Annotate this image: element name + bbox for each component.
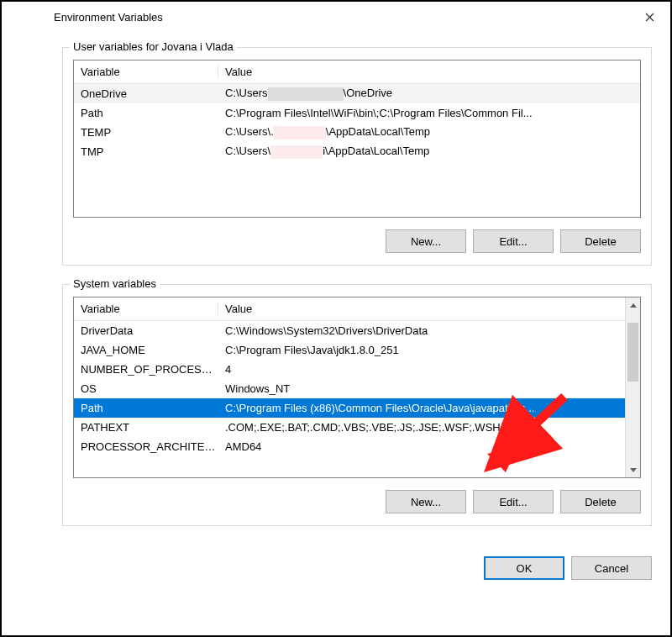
- user-row-val: C:\Users\OneDrive: [218, 87, 640, 101]
- system-delete-button[interactable]: Delete: [560, 490, 641, 513]
- system-row-pathext[interactable]: PATHEXT .COM;.EXE;.BAT;.CMD;.VBS;.VBE;.J…: [74, 418, 625, 437]
- system-row-driverdata[interactable]: DriverData C:\Windows\System32\Drivers\D…: [74, 321, 625, 340]
- user-row-var: TEMP: [74, 126, 218, 139]
- system-row-procarch[interactable]: PROCESSOR_ARCHITECTU... AMD64: [74, 437, 625, 456]
- user-edit-button[interactable]: Edit...: [473, 229, 554, 253]
- cancel-button[interactable]: Cancel: [571, 556, 652, 580]
- user-delete-button[interactable]: Delete: [560, 229, 641, 253]
- user-row-val: C:\Program Files\Intel\WiFi\bin\;C:\Prog…: [218, 107, 640, 119]
- scroll-thumb[interactable]: [627, 323, 638, 382]
- user-row-var: Path: [74, 107, 218, 119]
- scroll-down-icon[interactable]: [626, 462, 640, 477]
- system-row-os[interactable]: OS Windows_NT: [74, 379, 625, 398]
- system-variables-group: System variables Variable Value DriverDa…: [62, 284, 652, 526]
- system-row-javahome[interactable]: JAVA_HOME C:\Program Files\Java\jdk1.8.0…: [74, 340, 625, 360]
- close-button[interactable]: [630, 2, 669, 32]
- dialog-title: Environment Variables: [54, 11, 163, 24]
- user-row-var: OneDrive: [74, 87, 218, 100]
- user-list-header: Variable Value: [74, 61, 640, 84]
- system-row-path[interactable]: Path C:\Program Files (x86)\Common Files…: [74, 398, 625, 418]
- user-header-variable[interactable]: Variable: [74, 66, 218, 78]
- close-icon: [645, 13, 654, 22]
- titlebar: Environment Variables: [45, 2, 669, 32]
- user-row-path[interactable]: Path C:\Program Files\Intel\WiFi\bin\;C:…: [74, 103, 640, 123]
- redacted-text: [268, 87, 344, 101]
- user-variables-group: User variables for Jovana i Vlada Variab…: [62, 47, 652, 266]
- ok-button[interactable]: OK: [484, 556, 564, 580]
- user-header-value[interactable]: Value: [218, 66, 640, 78]
- system-row-numproc[interactable]: NUMBER_OF_PROCESSORS 4: [74, 360, 625, 379]
- user-row-temp[interactable]: TEMP C:\Users\.\AppData\Local\Temp: [74, 123, 640, 142]
- system-variables-legend: System variables: [70, 277, 160, 290]
- system-header-value[interactable]: Value: [218, 303, 625, 315]
- system-scrollbar[interactable]: [625, 297, 640, 477]
- redacted-text: [270, 145, 323, 159]
- user-variables-list[interactable]: Variable Value OneDrive C:\Users\OneDriv…: [73, 60, 641, 218]
- system-header-variable[interactable]: Variable: [74, 303, 218, 315]
- redacted-text: [274, 126, 326, 140]
- user-row-val: C:\Users\.\AppData\Local\Temp: [218, 125, 640, 140]
- user-row-val: C:\Users\i\AppData\Local\Temp: [218, 145, 640, 159]
- environment-variables-dialog: Environment Variables User variables for…: [45, 2, 669, 588]
- system-rows: DriverData C:\Windows\System32\Drivers\D…: [74, 321, 625, 456]
- user-variables-legend: User variables for Jovana i Vlada: [70, 40, 237, 53]
- system-new-button[interactable]: New...: [386, 490, 466, 513]
- scroll-up-icon[interactable]: [626, 297, 640, 313]
- user-row-tmp[interactable]: TMP C:\Users\i\AppData\Local\Temp: [74, 142, 640, 161]
- system-edit-button[interactable]: Edit...: [473, 490, 554, 513]
- user-new-button[interactable]: New...: [386, 229, 466, 253]
- system-variables-list[interactable]: Variable Value DriverData C:\Windows\Sys…: [73, 297, 641, 478]
- user-row-onedrive[interactable]: OneDrive C:\Users\OneDrive: [74, 84, 640, 103]
- user-row-var: TMP: [74, 145, 218, 158]
- system-list-header: Variable Value: [74, 297, 625, 321]
